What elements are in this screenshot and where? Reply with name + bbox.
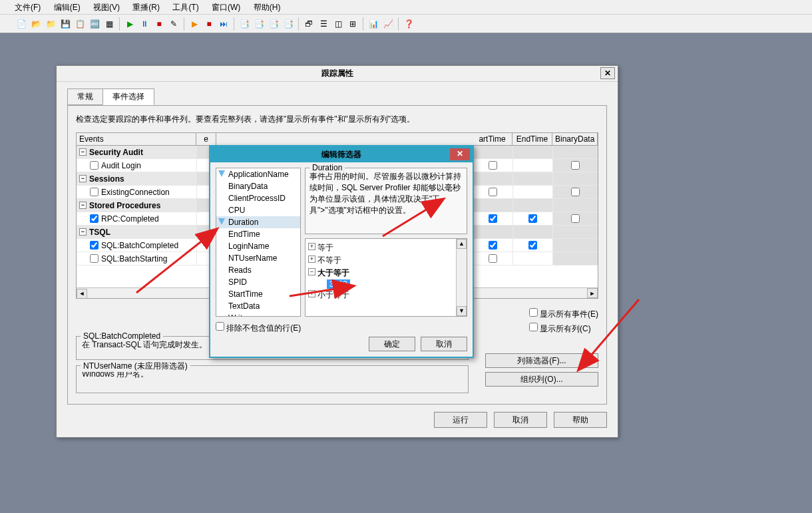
tb-open-icon[interactable]: 📂: [29, 17, 43, 31]
close-icon[interactable]: ✕: [600, 67, 615, 79]
tb-chart1-icon[interactable]: 📊: [367, 17, 380, 31]
tb-props-icon[interactable]: 🔤: [88, 17, 101, 31]
menu-tools[interactable]: 工具(T): [172, 3, 198, 12]
chk-show-all-events[interactable]: 显示所有事件(E): [529, 308, 598, 320]
tb-win1-icon[interactable]: 🗗: [302, 17, 315, 31]
filter-description: Duration 事件占用的时间。尽管服务器以微秒计算持续时间，SQL Serv…: [305, 168, 467, 234]
cat-tsql: TSQL: [89, 228, 110, 237]
cat-sessions: Sessions: [89, 174, 124, 184]
expand-icon[interactable]: +: [308, 290, 315, 297]
chk-batch-completed[interactable]: [90, 241, 99, 250]
tb-run-icon[interactable]: ▶: [123, 17, 136, 31]
list-item-selected[interactable]: Duration: [216, 216, 300, 228]
menubar: 文件(F) 编辑(E) 视图(V) 重播(R) 工具(T) 窗口(W) 帮助(H…: [0, 0, 812, 15]
collapse-icon[interactable]: −: [79, 148, 87, 156]
chk-rpc-bin[interactable]: [571, 214, 580, 223]
collapse-icon[interactable]: −: [79, 228, 87, 236]
tb-tmpl3-icon[interactable]: 📑: [267, 17, 280, 31]
chk-bc-end[interactable]: [528, 241, 537, 250]
help-button[interactable]: 帮助: [554, 412, 607, 428]
col-e[interactable]: e: [196, 133, 216, 145]
chk-show-all-cols[interactable]: 显示所有列(C): [529, 323, 598, 335]
tb-step-icon[interactable]: ⏭: [217, 17, 230, 31]
cat-stored-proc: Stored Procedures: [89, 201, 160, 210]
close-icon[interactable]: ✕: [450, 148, 470, 160]
tab-events[interactable]: 事件选择: [102, 88, 154, 105]
list-item[interactable]: ClientProcessID: [216, 192, 300, 204]
cancel-button[interactable]: 取消: [494, 412, 547, 428]
chk-bc-start[interactable]: [489, 241, 497, 250]
collapse-icon[interactable]: −: [308, 268, 315, 275]
chk-existing-conn[interactable]: [90, 188, 99, 196]
tb-win3-icon[interactable]: ◫: [331, 17, 345, 31]
list-item[interactable]: NTUserName: [216, 252, 300, 264]
menu-edit[interactable]: 编辑(E): [54, 3, 81, 12]
tb-save2-icon[interactable]: 📋: [73, 17, 87, 31]
tb-win4-icon[interactable]: ⊞: [346, 17, 359, 31]
tb-tmpl4-icon[interactable]: 📑: [282, 17, 295, 31]
col-endtime[interactable]: EndTime: [512, 133, 552, 145]
list-item[interactable]: LoginName: [216, 240, 300, 252]
filter-dialog-title: 编辑筛选器 ✕: [210, 146, 473, 162]
chk-al-bin[interactable]: [571, 161, 580, 170]
list-item[interactable]: StartTime: [216, 288, 300, 300]
tb-new-icon[interactable]: 📄: [15, 17, 28, 31]
chk-al-start[interactable]: [489, 161, 497, 170]
list-item[interactable]: TextData: [216, 300, 300, 312]
tb-grid-icon[interactable]: ▦: [102, 17, 116, 31]
tb-save-icon[interactable]: 💾: [59, 17, 72, 31]
events-hint: 检查选定要跟踪的事件和事件列。要查看完整列表，请选择"显示所有事件"和"显示所有…: [76, 114, 598, 125]
tb-chart2-icon[interactable]: 📈: [381, 17, 395, 31]
list-item[interactable]: Reads: [216, 264, 300, 276]
filter-value-input[interactable]: 3000: [327, 279, 350, 289]
tab-general[interactable]: 常规: [67, 88, 103, 105]
list-item[interactable]: ApplicationName: [216, 168, 300, 180]
filter-column-list[interactable]: ApplicationName BinaryData ClientProcess…: [216, 168, 301, 317]
tb-edit-icon[interactable]: ✎: [167, 17, 180, 31]
chk-rpc-start[interactable]: [489, 214, 497, 223]
menu-file[interactable]: 文件(F): [15, 3, 41, 12]
tb-stop2-icon[interactable]: ■: [202, 17, 216, 31]
edit-filter-dialog: 编辑筛选器 ✕ ApplicationName BinaryData Clien…: [209, 145, 474, 358]
chk-batch-starting[interactable]: [90, 254, 99, 263]
chk-exclude-empty[interactable]: 排除不包含值的行(E): [216, 323, 301, 333]
tb-stop-icon[interactable]: ■: [152, 17, 166, 31]
col-binarydata[interactable]: BinaryData: [552, 133, 598, 145]
list-item[interactable]: SPID: [216, 276, 300, 288]
tb-help-icon[interactable]: ❓: [402, 17, 415, 31]
chk-audit-login[interactable]: [90, 161, 99, 170]
cancel-button[interactable]: 取消: [421, 337, 467, 351]
ok-button[interactable]: 确定: [369, 337, 415, 351]
collapse-icon[interactable]: −: [79, 202, 87, 209]
tb-pause-icon[interactable]: ⏸: [138, 17, 151, 31]
list-item[interactable]: EndTime: [216, 228, 300, 240]
tb-tmpl1-icon[interactable]: 📑: [238, 17, 251, 31]
chk-bs-start[interactable]: [489, 254, 497, 263]
organize-columns-button[interactable]: 组织列(O)...: [485, 372, 598, 387]
chk-ec-bin[interactable]: [571, 188, 580, 196]
col-events[interactable]: Events: [77, 133, 196, 145]
col-starttime[interactable]: artTime: [473, 133, 512, 145]
menu-view[interactable]: 视图(V): [93, 3, 120, 12]
tb-win2-icon[interactable]: ☰: [317, 17, 330, 31]
column-filter-button[interactable]: 列筛选器(F)...: [485, 353, 598, 368]
menu-window[interactable]: 窗口(W): [212, 3, 240, 12]
tree-vscroll[interactable]: ▲▼: [456, 239, 467, 316]
tb-tmpl2-icon[interactable]: 📑: [252, 17, 266, 31]
collapse-icon[interactable]: −: [79, 175, 87, 182]
chk-rpc-end[interactable]: [528, 214, 537, 223]
tb-play2-icon[interactable]: ▶: [188, 17, 201, 31]
chk-rpc-completed[interactable]: [90, 214, 99, 223]
list-item[interactable]: BinaryData: [216, 180, 300, 192]
run-button[interactable]: 运行: [434, 412, 487, 428]
expand-icon[interactable]: +: [308, 256, 315, 263]
chk-ec-start[interactable]: [489, 188, 497, 196]
tb-open2-icon[interactable]: 📁: [44, 17, 57, 31]
filter-condition-tree[interactable]: +等于 +不等于 −大于等于 3000 +小于等于 ▲▼: [305, 238, 467, 317]
trace-dialog-title: 跟踪属性 ✕: [57, 66, 618, 82]
list-item[interactable]: Writes: [216, 312, 300, 317]
menu-replay[interactable]: 重播(R): [132, 3, 160, 12]
list-item[interactable]: CPU: [216, 204, 300, 216]
menu-help[interactable]: 帮助(H): [254, 3, 281, 12]
expand-icon[interactable]: +: [308, 243, 315, 250]
